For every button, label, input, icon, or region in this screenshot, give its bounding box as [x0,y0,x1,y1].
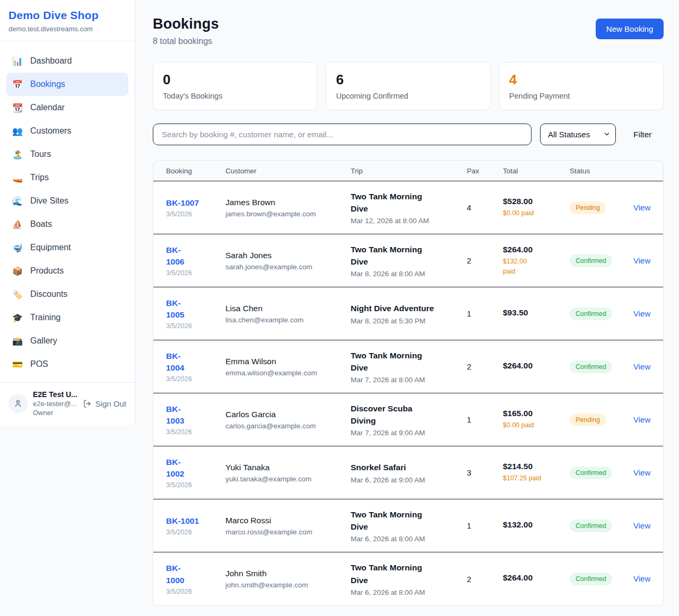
pax-value: 2 [467,256,503,265]
sidebar: Demo Dive Shop demo.test.divestreams.com… [0,0,135,425]
total-cell: $132.00 [503,520,570,532]
user-role: Owner [33,409,77,417]
actions-cell: View [633,256,650,266]
total-cell: $264.00 $132.00 paid [503,245,570,276]
sidebar-user-footer: E2E Test U... e2e-tester@... Owner Sign … [0,382,135,425]
sidebar-item-customers[interactable]: 👥 Customers [6,119,128,143]
customer-cell: James Brown james.brown@example.com [225,198,351,218]
sidebar-item-equipment[interactable]: 🤿 Equipment [6,236,128,259]
sidebar-item-label: Equipment [30,243,71,252]
sidebar-item-label: Products [30,266,64,276]
stat-label: Pending Payment [509,92,654,100]
total-amount: $93.50 [503,308,570,318]
total-amount: $528.00 [503,197,570,206]
view-link[interactable]: View [633,521,650,530]
user-info: E2E Test U... e2e-tester@... Owner [33,390,77,417]
booking-id-link[interactable]: BK-1007 [166,197,225,209]
view-link[interactable]: View [633,256,650,265]
total-cell: $165.00 $0.00 paid [503,409,570,430]
main-content: Bookings 8 total bookings New Booking 0 … [135,0,679,616]
sidebar-item-pos[interactable]: 💳 POS [6,353,128,376]
view-link[interactable]: View [633,468,650,477]
trip-name: Two Tank Morning Dive [351,508,467,533]
booking-date: 3/5/2026 [166,375,225,383]
filter-row: All Statuses Filter [153,124,664,145]
trip-name: Two Tank Morning Dive [351,561,467,586]
customer-email: emma.wilson@example.com [225,369,351,377]
trip-datetime: Mar 7, 2026 at 9:00 AM [351,429,467,437]
sidebar-nav: 📊 Dashboard 📅 Bookings 📆 Calendar 👥 Cust… [0,41,135,380]
page-title: Bookings [153,16,219,32]
trip-cell: Two Tank Morning Dive Mar 12, 2026 at 8:… [351,190,467,225]
booking-id-link[interactable]: BK- 1003 [166,403,225,427]
user-email: e2e-tester@... [33,400,77,408]
status-select[interactable]: All Statuses [540,124,616,145]
trip-cell: Two Tank Morning Dive Mar 7, 2026 at 8:0… [351,349,467,384]
status-cell: Confirmed [570,307,633,320]
trip-name: Two Tank Morning Dive [351,243,467,268]
customer-email: carlos.garcia@example.com [225,422,351,430]
status-cell: Confirmed [570,520,633,532]
table-row: BK- 1000 3/5/2026 John Smith john.smith@… [153,552,663,605]
view-link[interactable]: View [633,362,650,371]
diving-mask-icon: 🤿 [12,243,23,253]
pax-value: 1 [467,309,503,318]
sidebar-item-trips[interactable]: 🚤 Trips [6,166,128,189]
booking-id-link[interactable]: BK- 1006 [166,244,225,268]
graduation-cap-icon: 🎓 [12,313,23,323]
booking-cell: BK- 1002 3/5/2026 [166,456,225,489]
sign-out-button[interactable]: Sign Out [83,399,126,408]
table-header-row: Booking Customer Trip Pax Total Status [153,161,663,181]
avatar [8,394,28,413]
view-link[interactable]: View [633,415,650,424]
status-select-wrap: All Statuses [540,124,616,145]
sidebar-item-discounts[interactable]: 🏷️ Discounts [6,283,128,306]
paid-amount: $107.25 paid [503,473,570,483]
package-icon: 📦 [12,266,23,276]
status-badge: Confirmed [570,520,612,532]
view-link[interactable]: View [633,574,650,583]
paid-amount: $0.00 paid [503,420,570,430]
booking-id-link[interactable]: BK- 1000 [166,562,225,586]
table-row: BK-1001 3/5/2026 Marco Rossi marco.rossi… [153,499,663,552]
actions-cell: View [633,468,650,478]
search-input[interactable] [153,124,532,145]
sidebar-item-products[interactable]: 📦 Products [6,259,128,283]
booking-date: 3/5/2026 [166,428,225,436]
sidebar-item-label: Dashboard [30,56,72,66]
column-header-customer: Customer [225,167,351,175]
customer-name: James Brown [225,198,351,207]
status-badge: Confirmed [570,254,612,267]
booking-id-link[interactable]: BK-1001 [166,515,225,527]
sailboat-icon: ⛵ [12,219,23,230]
speedboat-icon: 🚤 [12,173,23,183]
actions-cell: View [633,574,650,584]
sidebar-item-dashboard[interactable]: 📊 Dashboard [6,49,128,73]
booking-id-link[interactable]: BK- 1004 [166,350,225,374]
status-cell: Pending [570,413,633,426]
trip-cell: Snorkel Safari Mar 6, 2026 at 9:00 AM [351,461,467,483]
total-amount: $264.00 [503,361,570,371]
sidebar-item-gallery[interactable]: 📸 Gallery [6,329,128,353]
column-header-status: Status [570,167,633,175]
sidebar-item-dive-sites[interactable]: 🌊 Dive Sites [6,189,128,213]
sidebar-item-bookings[interactable]: 📅 Bookings [6,73,128,96]
sidebar-item-training[interactable]: 🎓 Training [6,306,128,329]
brand-domain: demo.test.divestreams.com [8,25,126,33]
total-cell: $264.00 [503,361,570,373]
pax-value: 1 [467,415,503,424]
booking-id-link[interactable]: BK- 1005 [166,297,225,321]
pax-value: 2 [467,362,503,371]
new-booking-button[interactable]: New Booking [596,19,664,39]
view-link[interactable]: View [633,203,650,212]
sidebar-item-tours[interactable]: 🏝️ Tours [6,143,128,166]
filter-button[interactable]: Filter [633,130,651,139]
actions-cell: View [633,203,650,213]
booking-date: 3/5/2026 [166,481,225,489]
sidebar-item-boats[interactable]: ⛵ Boats [6,213,128,236]
booking-id-link[interactable]: BK- 1002 [166,456,225,480]
view-link[interactable]: View [633,309,650,318]
customer-name: John Smith [225,569,351,578]
booking-cell: BK- 1000 3/5/2026 [166,562,225,595]
sidebar-item-calendar[interactable]: 📆 Calendar [6,96,128,119]
